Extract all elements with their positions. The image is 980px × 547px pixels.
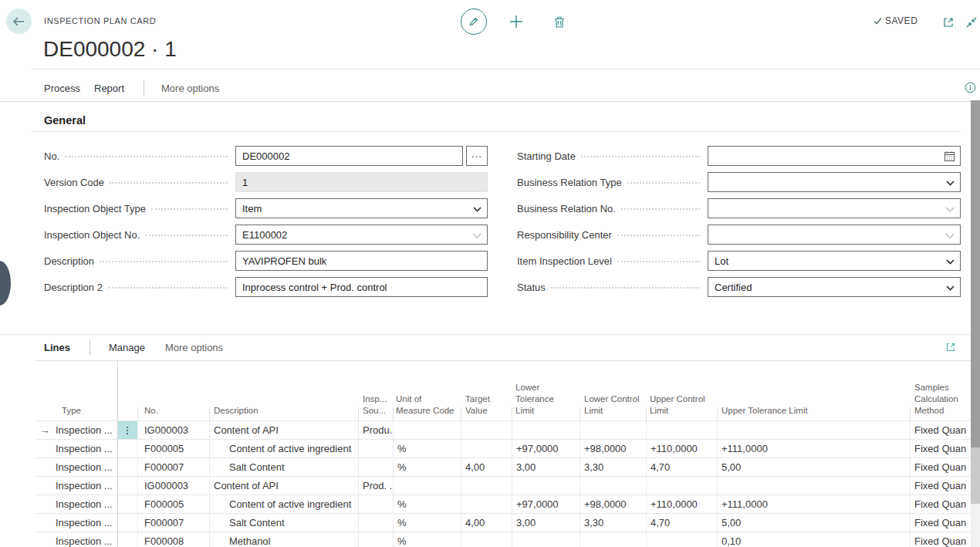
- field-description-input[interactable]: [235, 251, 488, 271]
- row-menu-cell[interactable]: [117, 458, 138, 476]
- info-button[interactable]: [963, 80, 977, 94]
- cell-no[interactable]: F000005: [138, 495, 210, 513]
- cell-desc[interactable]: Content of API: [210, 477, 359, 495]
- business-relation-no-value[interactable]: [715, 203, 943, 214]
- cell-target[interactable]: 4,00: [461, 514, 512, 532]
- column-header-lcl[interactable]: Lower ControlLimit: [580, 361, 647, 420]
- field-item-inspection-level-dropdown[interactable]: [708, 251, 961, 271]
- cell-target[interactable]: [461, 440, 512, 458]
- cell-insp[interactable]: Prod. ...: [359, 477, 394, 495]
- field-responsibility-center-dropdown[interactable]: [708, 225, 961, 245]
- cell-desc[interactable]: Content of API: [210, 421, 359, 439]
- column-header-ucl[interactable]: Upper ControlLimit: [647, 361, 718, 420]
- cell-target[interactable]: [461, 421, 512, 439]
- cell-insp[interactable]: [359, 495, 394, 513]
- cell-ltl[interactable]: 3,00: [512, 458, 580, 476]
- cell-lcl[interactable]: [580, 421, 647, 439]
- menu-process[interactable]: Process: [44, 83, 80, 94]
- edit-button[interactable]: [461, 8, 487, 35]
- column-header-type[interactable]: Type: [54, 361, 117, 420]
- field-inspection-object-type-dropdown[interactable]: [235, 198, 488, 218]
- row-menu-cell[interactable]: [117, 440, 138, 458]
- cell-samples[interactable]: Fixed Quan: [911, 495, 971, 513]
- field-inspection-object-no-dropdown[interactable]: [235, 225, 488, 245]
- field-status-dropdown[interactable]: [708, 277, 961, 297]
- cell-samples[interactable]: Fixed Quan: [911, 514, 971, 532]
- cell-no[interactable]: F000008: [138, 532, 210, 547]
- chevron-down-icon[interactable]: [946, 259, 955, 265]
- cell-no[interactable]: F000007: [138, 458, 210, 476]
- table-row[interactable]: Inspection ...F000007Salt Content%4,003,…: [35, 458, 971, 477]
- item-inspection-level-value[interactable]: [715, 255, 943, 267]
- calendar-icon[interactable]: [944, 150, 955, 162]
- field-no-input[interactable]: [235, 146, 463, 166]
- cell-type[interactable]: Inspection ...: [54, 477, 117, 495]
- cell-utl[interactable]: [718, 477, 911, 495]
- cell-target[interactable]: [461, 477, 512, 495]
- business-relation-type-value[interactable]: [715, 177, 943, 188]
- collapse-button[interactable]: [964, 15, 979, 30]
- cell-no[interactable]: F000005: [138, 440, 210, 458]
- inspection-object-no-value[interactable]: [242, 229, 470, 241]
- chevron-down-icon[interactable]: [473, 207, 482, 212]
- responsibility-center-value[interactable]: [715, 229, 943, 241]
- table-row[interactable]: Inspection ...F000008Methanol%0,10Fixed …: [35, 532, 971, 547]
- table-row[interactable]: Inspection ...F000005Content of active i…: [35, 495, 971, 514]
- cell-utl[interactable]: +111,0000: [718, 495, 911, 513]
- row-menu-cell[interactable]: [117, 514, 138, 532]
- open-in-window-button[interactable]: [941, 15, 956, 30]
- row-menu-cell[interactable]: [117, 421, 138, 439]
- cell-insp[interactable]: [359, 532, 394, 547]
- cell-lcl[interactable]: [580, 532, 647, 547]
- cell-samples[interactable]: Fixed Quan: [911, 421, 971, 439]
- assist-edit-button[interactable]: ...: [466, 146, 488, 166]
- field-business-relation-type-dropdown[interactable]: [708, 172, 961, 192]
- row-menu-cell[interactable]: [117, 532, 138, 547]
- add-button[interactable]: [508, 13, 525, 30]
- table-row[interactable]: Inspection ...F000005Content of active i…: [35, 440, 971, 458]
- cell-ucl[interactable]: +110,0000: [647, 440, 718, 458]
- table-row[interactable]: Inspection ...IG000003Content of APIProd…: [35, 477, 971, 495]
- cell-ucl[interactable]: 4,70: [647, 458, 718, 476]
- column-header-no[interactable]: No.: [138, 361, 210, 420]
- column-header-uom[interactable]: Unit ofMeasure Code: [394, 361, 461, 420]
- cell-target[interactable]: [461, 532, 512, 547]
- column-header-insp[interactable]: Insp...Sou...: [359, 361, 394, 420]
- no-value[interactable]: [242, 150, 456, 162]
- back-button[interactable]: [6, 8, 32, 34]
- cell-type[interactable]: Inspection ...: [54, 532, 117, 547]
- field-business-relation-no-dropdown[interactable]: [708, 198, 961, 218]
- column-header-samples[interactable]: SamplesCalculationMethod: [911, 361, 971, 420]
- scrollbar-track[interactable]: [971, 447, 980, 504]
- cell-desc[interactable]: Salt Content: [210, 458, 359, 476]
- open-lines-in-new-window-button[interactable]: [943, 339, 958, 355]
- cell-uom[interactable]: [394, 421, 461, 439]
- cell-ltl[interactable]: 3,00: [512, 514, 580, 532]
- section-title-general[interactable]: General: [44, 114, 86, 127]
- cell-type[interactable]: Inspection ...: [54, 495, 117, 513]
- cell-lcl[interactable]: [580, 477, 647, 495]
- cell-ltl[interactable]: [512, 421, 580, 439]
- cell-utl[interactable]: 0,10: [718, 532, 911, 547]
- cell-type[interactable]: Inspection ...: [54, 514, 117, 532]
- cell-insp[interactable]: [359, 458, 394, 476]
- side-panel-handle[interactable]: [0, 261, 11, 306]
- cell-ucl[interactable]: [647, 421, 718, 439]
- chevron-down-icon[interactable]: [945, 207, 955, 213]
- cell-ltl[interactable]: [512, 532, 580, 547]
- row-menu-cell[interactable]: [117, 495, 138, 513]
- cell-ucl[interactable]: 4,70: [647, 514, 718, 532]
- cell-desc[interactable]: Methanol: [210, 532, 359, 547]
- cell-ucl[interactable]: [647, 477, 718, 495]
- description-2-value[interactable]: [242, 282, 481, 293]
- cell-utl[interactable]: 5,00: [718, 458, 911, 476]
- cell-lcl[interactable]: 3,30: [580, 514, 647, 532]
- cell-desc[interactable]: Content of active ingredient: [210, 495, 359, 513]
- menu-report[interactable]: Report: [94, 83, 124, 94]
- cell-lcl[interactable]: +98,0000: [580, 440, 647, 458]
- cell-samples[interactable]: Fixed Quan: [911, 440, 971, 458]
- cell-uom[interactable]: %: [394, 532, 461, 547]
- lines-tab[interactable]: Lines: [44, 342, 70, 353]
- cell-insp[interactable]: Produ...: [359, 421, 394, 439]
- scrollbar-thumb[interactable]: [971, 100, 980, 447]
